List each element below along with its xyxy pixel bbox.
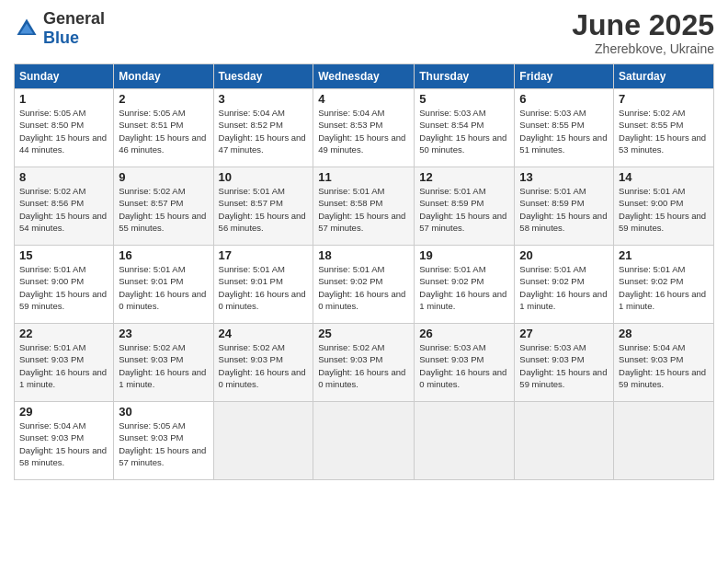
header: General Blue June 2025 Zherebkove, Ukrai… bbox=[14, 9, 714, 56]
col-tuesday: Tuesday bbox=[213, 64, 313, 89]
day-info: Sunrise: 5:05 AM Sunset: 8:51 PM Dayligh… bbox=[119, 107, 208, 155]
day-number: 9 bbox=[119, 170, 208, 184]
calendar-day-cell: 3 Sunrise: 5:04 AM Sunset: 8:52 PM Dayli… bbox=[213, 89, 313, 167]
day-info: Sunrise: 5:01 AM Sunset: 9:01 PM Dayligh… bbox=[219, 263, 309, 312]
calendar-day-cell: 26 Sunrise: 5:03 AM Sunset: 9:03 PM Dayl… bbox=[415, 324, 515, 402]
day-number: 17 bbox=[219, 248, 309, 262]
day-info: Sunrise: 5:01 AM Sunset: 8:57 PM Dayligh… bbox=[219, 185, 309, 234]
calendar-table: Sunday Monday Tuesday Wednesday Thursday… bbox=[14, 63, 714, 480]
calendar-day-cell: 12 Sunrise: 5:01 AM Sunset: 8:59 PM Dayl… bbox=[415, 167, 515, 246]
day-info: Sunrise: 5:02 AM Sunset: 9:03 PM Dayligh… bbox=[318, 341, 409, 390]
day-info: Sunrise: 5:01 AM Sunset: 8:59 PM Dayligh… bbox=[519, 185, 609, 234]
page: General Blue June 2025 Zherebkove, Ukrai… bbox=[0, 0, 728, 563]
calendar-day-cell: 20 Sunrise: 5:01 AM Sunset: 9:02 PM Dayl… bbox=[515, 246, 614, 324]
calendar-day-cell: 17 Sunrise: 5:01 AM Sunset: 9:01 PM Dayl… bbox=[213, 246, 313, 324]
calendar-day-cell bbox=[313, 402, 415, 480]
day-number: 27 bbox=[519, 327, 609, 340]
calendar-day-cell: 18 Sunrise: 5:01 AM Sunset: 9:02 PM Dayl… bbox=[313, 246, 415, 324]
calendar-week-row: 15 Sunrise: 5:01 AM Sunset: 9:00 PM Dayl… bbox=[15, 246, 714, 324]
day-number: 28 bbox=[619, 327, 709, 340]
day-number: 12 bbox=[419, 170, 509, 184]
day-number: 15 bbox=[19, 248, 108, 262]
day-number: 2 bbox=[119, 92, 208, 106]
calendar-day-cell: 16 Sunrise: 5:01 AM Sunset: 9:01 PM Dayl… bbox=[114, 246, 213, 324]
calendar-week-row: 22 Sunrise: 5:01 AM Sunset: 9:03 PM Dayl… bbox=[15, 324, 714, 402]
location: Zherebkove, Ukraine bbox=[572, 41, 714, 56]
day-number: 25 bbox=[318, 327, 409, 340]
logo: General Blue bbox=[14, 9, 105, 48]
day-number: 21 bbox=[619, 248, 709, 262]
day-info: Sunrise: 5:03 AM Sunset: 9:03 PM Dayligh… bbox=[419, 341, 509, 390]
day-number: 11 bbox=[318, 170, 409, 184]
day-info: Sunrise: 5:01 AM Sunset: 9:00 PM Dayligh… bbox=[619, 185, 709, 234]
calendar-day-cell: 7 Sunrise: 5:02 AM Sunset: 8:55 PM Dayli… bbox=[614, 89, 714, 167]
calendar-day-cell: 21 Sunrise: 5:01 AM Sunset: 9:02 PM Dayl… bbox=[614, 246, 714, 324]
day-number: 5 bbox=[419, 92, 509, 106]
day-info: Sunrise: 5:01 AM Sunset: 9:02 PM Dayligh… bbox=[519, 263, 609, 312]
day-info: Sunrise: 5:01 AM Sunset: 9:00 PM Dayligh… bbox=[19, 263, 108, 312]
day-info: Sunrise: 5:02 AM Sunset: 8:57 PM Dayligh… bbox=[119, 185, 208, 234]
calendar-day-cell: 29 Sunrise: 5:04 AM Sunset: 9:03 PM Dayl… bbox=[15, 402, 114, 480]
day-number: 26 bbox=[419, 327, 509, 340]
calendar-day-cell: 19 Sunrise: 5:01 AM Sunset: 9:02 PM Dayl… bbox=[415, 246, 515, 324]
day-number: 19 bbox=[419, 248, 509, 262]
col-saturday: Saturday bbox=[614, 64, 714, 89]
calendar-day-cell: 5 Sunrise: 5:03 AM Sunset: 8:54 PM Dayli… bbox=[415, 89, 515, 167]
logo-blue: Blue bbox=[43, 29, 79, 47]
calendar-day-cell: 25 Sunrise: 5:02 AM Sunset: 9:03 PM Dayl… bbox=[313, 324, 415, 402]
calendar-day-cell: 28 Sunrise: 5:04 AM Sunset: 9:03 PM Dayl… bbox=[614, 324, 714, 402]
day-info: Sunrise: 5:02 AM Sunset: 9:03 PM Dayligh… bbox=[119, 341, 208, 390]
col-wednesday: Wednesday bbox=[313, 64, 415, 89]
calendar-week-row: 8 Sunrise: 5:02 AM Sunset: 8:56 PM Dayli… bbox=[15, 167, 714, 246]
calendar-day-cell: 14 Sunrise: 5:01 AM Sunset: 9:00 PM Dayl… bbox=[614, 167, 714, 246]
calendar-day-cell: 2 Sunrise: 5:05 AM Sunset: 8:51 PM Dayli… bbox=[114, 89, 213, 167]
calendar-week-row: 1 Sunrise: 5:05 AM Sunset: 8:50 PM Dayli… bbox=[15, 89, 714, 167]
day-number: 3 bbox=[219, 92, 309, 106]
logo-general: General bbox=[43, 9, 105, 28]
day-number: 29 bbox=[19, 405, 108, 419]
day-number: 23 bbox=[119, 327, 208, 340]
day-info: Sunrise: 5:04 AM Sunset: 8:53 PM Dayligh… bbox=[318, 107, 409, 155]
day-number: 6 bbox=[519, 92, 609, 106]
day-info: Sunrise: 5:01 AM Sunset: 9:02 PM Dayligh… bbox=[419, 263, 509, 312]
calendar-day-cell: 24 Sunrise: 5:02 AM Sunset: 9:03 PM Dayl… bbox=[213, 324, 313, 402]
day-info: Sunrise: 5:04 AM Sunset: 8:52 PM Dayligh… bbox=[219, 107, 309, 155]
calendar-day-cell: 6 Sunrise: 5:03 AM Sunset: 8:55 PM Dayli… bbox=[515, 89, 614, 167]
calendar-day-cell: 23 Sunrise: 5:02 AM Sunset: 9:03 PM Dayl… bbox=[114, 324, 213, 402]
day-info: Sunrise: 5:01 AM Sunset: 8:59 PM Dayligh… bbox=[419, 185, 509, 234]
day-number: 13 bbox=[519, 170, 609, 184]
calendar-day-cell bbox=[515, 402, 614, 480]
day-info: Sunrise: 5:03 AM Sunset: 8:54 PM Dayligh… bbox=[419, 107, 509, 155]
day-info: Sunrise: 5:04 AM Sunset: 9:03 PM Dayligh… bbox=[19, 419, 108, 468]
day-number: 4 bbox=[318, 92, 409, 106]
day-number: 22 bbox=[19, 327, 108, 340]
calendar-header-row: Sunday Monday Tuesday Wednesday Thursday… bbox=[15, 64, 714, 89]
day-number: 1 bbox=[19, 92, 108, 106]
day-info: Sunrise: 5:05 AM Sunset: 9:03 PM Dayligh… bbox=[119, 419, 208, 468]
day-info: Sunrise: 5:01 AM Sunset: 9:02 PM Dayligh… bbox=[318, 263, 409, 312]
day-info: Sunrise: 5:01 AM Sunset: 9:01 PM Dayligh… bbox=[119, 263, 208, 312]
day-info: Sunrise: 5:04 AM Sunset: 9:03 PM Dayligh… bbox=[619, 341, 709, 390]
day-info: Sunrise: 5:02 AM Sunset: 8:55 PM Dayligh… bbox=[619, 107, 709, 155]
calendar-day-cell: 30 Sunrise: 5:05 AM Sunset: 9:03 PM Dayl… bbox=[114, 402, 213, 480]
calendar-day-cell: 1 Sunrise: 5:05 AM Sunset: 8:50 PM Dayli… bbox=[15, 89, 114, 167]
calendar-day-cell: 8 Sunrise: 5:02 AM Sunset: 8:56 PM Dayli… bbox=[15, 167, 114, 246]
col-sunday: Sunday bbox=[15, 64, 114, 89]
day-info: Sunrise: 5:03 AM Sunset: 9:03 PM Dayligh… bbox=[519, 341, 609, 390]
day-info: Sunrise: 5:01 AM Sunset: 9:03 PM Dayligh… bbox=[19, 341, 108, 390]
title-section: June 2025 Zherebkove, Ukraine bbox=[572, 9, 714, 56]
day-number: 8 bbox=[19, 170, 108, 184]
calendar-day-cell: 9 Sunrise: 5:02 AM Sunset: 8:57 PM Dayli… bbox=[114, 167, 213, 246]
logo-icon bbox=[14, 16, 40, 41]
col-friday: Friday bbox=[515, 64, 614, 89]
calendar-day-cell bbox=[415, 402, 515, 480]
day-info: Sunrise: 5:01 AM Sunset: 9:02 PM Dayligh… bbox=[619, 263, 709, 312]
day-number: 20 bbox=[519, 248, 609, 262]
calendar-day-cell: 13 Sunrise: 5:01 AM Sunset: 8:59 PM Dayl… bbox=[515, 167, 614, 246]
day-info: Sunrise: 5:02 AM Sunset: 8:56 PM Dayligh… bbox=[19, 185, 108, 234]
day-info: Sunrise: 5:01 AM Sunset: 8:58 PM Dayligh… bbox=[318, 185, 409, 234]
calendar-day-cell: 11 Sunrise: 5:01 AM Sunset: 8:58 PM Dayl… bbox=[313, 167, 415, 246]
calendar-day-cell: 4 Sunrise: 5:04 AM Sunset: 8:53 PM Dayli… bbox=[313, 89, 415, 167]
month-title: June 2025 bbox=[572, 9, 714, 41]
calendar-day-cell: 15 Sunrise: 5:01 AM Sunset: 9:00 PM Dayl… bbox=[15, 246, 114, 324]
